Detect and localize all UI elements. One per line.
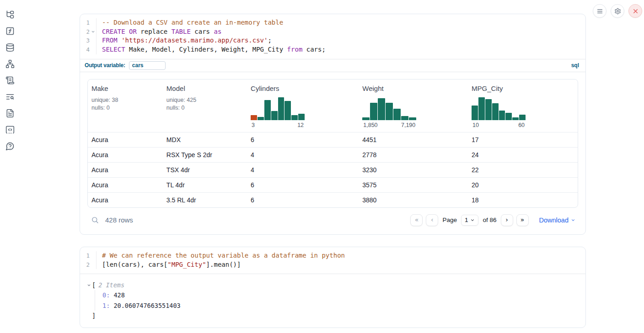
download-button[interactable]: Download [539, 217, 576, 224]
code-line: 1-- Download a CSV and create an in-memo… [80, 18, 585, 27]
sql-code-editor[interactable]: 1-- Download a CSV and create an in-memo… [80, 14, 585, 59]
histogram-bar [505, 113, 512, 120]
column-stat: nulls: 0 [91, 104, 159, 112]
fold-spacer [90, 45, 96, 54]
chevron-down-icon [470, 218, 475, 222]
column-name[interactable]: Weight [362, 85, 464, 92]
first-page-button[interactable]: « [410, 214, 423, 226]
column-histogram [251, 96, 305, 120]
line-gutter: 2 [80, 27, 97, 37]
code-token: SELECT [102, 46, 125, 53]
snippets-icon[interactable] [5, 125, 15, 134]
code-token: as [214, 28, 221, 35]
next-page-button[interactable]: › [501, 214, 513, 226]
histogram-axis: 1,8507,190 [362, 122, 416, 128]
output-variable-input[interactable] [129, 61, 166, 70]
text-search-icon[interactable] [5, 92, 15, 101]
python-cell: 1# We can reference the output variable … [80, 247, 586, 328]
function-square-icon[interactable] [5, 26, 15, 36]
histogram-bar [284, 101, 291, 120]
histogram-bar [258, 117, 264, 120]
code-token: [len(cars), cars[ [102, 261, 167, 268]
histogram-bar [512, 117, 519, 120]
file-tree-icon[interactable] [5, 10, 15, 19]
code-line: 4SELECT Make, Model, Cylinders, Weight, … [80, 45, 585, 54]
column-name[interactable]: MPG_City [472, 85, 574, 92]
scroll-text-icon[interactable] [5, 76, 15, 85]
line-gutter: 1 [80, 251, 97, 260]
histogram-bar [519, 115, 526, 120]
histogram-bar [378, 98, 385, 120]
output-variable-label: Output variable: [85, 62, 125, 69]
line-number: 3 [80, 36, 90, 45]
fold-spacer [90, 36, 96, 45]
histogram-axis: 1060 [472, 122, 526, 128]
table-cell: Acura [88, 196, 163, 204]
table-row: AcuraRSX Type S 2dr4277824 [88, 147, 578, 162]
fold-chevron-icon[interactable] [90, 27, 96, 37]
tree-items: 0: 4281: 20.060747663551403 [95, 290, 578, 311]
fold-spacer [90, 18, 96, 27]
table-cell: 3230 [359, 166, 468, 174]
histogram-bar [409, 117, 416, 120]
histogram-bar [499, 111, 505, 120]
line-number: 2 [80, 260, 90, 270]
page-select[interactable]: 1 [461, 215, 479, 226]
help-icon[interactable] [5, 142, 15, 151]
network-icon[interactable] [5, 59, 15, 69]
close-icon[interactable] [628, 4, 642, 18]
gear-icon[interactable] [611, 4, 624, 18]
code-text: SELECT Make, Model, Cylinders, Weight, M… [97, 45, 326, 54]
table-cell: 6 [247, 181, 359, 189]
database-icon[interactable] [5, 43, 15, 52]
file-text-icon[interactable] [5, 109, 15, 118]
last-page-button[interactable]: » [516, 214, 529, 226]
histogram-bar [278, 97, 284, 120]
histogram-bar [264, 100, 271, 120]
table-cell: 4451 [359, 136, 468, 143]
collapse-toggle-icon[interactable] [86, 283, 92, 287]
axis-min-label: 3 [252, 122, 255, 128]
code-text: [len(cars), cars["MPG_City"].mean()] [97, 260, 241, 270]
histogram-bar [370, 103, 377, 120]
column-name[interactable]: Cylinders [251, 85, 355, 92]
code-text: # We can reference the output variable a… [97, 251, 345, 260]
histogram-bar [298, 114, 305, 120]
code-text: FROM 'https://datasets.marimo.app/cars.c… [97, 36, 272, 45]
line-gutter: 1 [80, 18, 97, 27]
code-token: -- Download a CSV and create an in-memor… [102, 19, 283, 26]
code-token: cars; [302, 46, 326, 53]
items-count-label: 2 Items [98, 281, 124, 289]
axis-min-label: 1,850 [363, 122, 377, 128]
axis-max-label: 60 [518, 122, 525, 128]
table-cell: 3575 [359, 181, 468, 189]
tree-item-key: 1: [102, 302, 110, 309]
histogram-bar [362, 117, 370, 120]
table-cell: 6 [247, 136, 359, 143]
python-code-editor[interactable]: 1# We can reference the output variable … [80, 247, 585, 274]
column-header-model: Modelunique: 425nulls: 0 [163, 79, 247, 132]
column-name[interactable]: Make [91, 85, 159, 92]
table-cell: 4 [247, 166, 359, 174]
table-cell: Acura [88, 151, 163, 159]
prev-page-button[interactable]: ‹ [426, 214, 438, 226]
code-token: replace [137, 28, 172, 35]
code-token: CREATE OR [102, 28, 137, 35]
table-body: AcuraMDX6445117AcuraRSX Type S 2dr427782… [88, 132, 578, 207]
histogram-bar [401, 116, 408, 120]
table-header: Makeunique: 38nulls: 0Modelunique: 425nu… [88, 79, 578, 132]
line-gutter: 4 [80, 45, 97, 54]
table-row: AcuraTSX 4dr4323022 [88, 162, 578, 177]
code-token: # We can reference the output variable a… [102, 252, 345, 259]
line-number: 1 [80, 18, 90, 27]
close-bracket: ] [86, 312, 578, 319]
table-row: Acura3.5 RL 4dr6388018 [88, 192, 578, 207]
table-cell: 2778 [359, 151, 468, 159]
search-icon[interactable] [91, 216, 99, 224]
menu-icon[interactable] [593, 4, 606, 18]
code-token: from [287, 46, 303, 53]
axis-max-label: 7,190 [401, 122, 415, 128]
tree-item: 0: 428 [102, 290, 578, 301]
column-name[interactable]: Model [166, 85, 243, 92]
tree-item-value: 428 [110, 291, 125, 299]
